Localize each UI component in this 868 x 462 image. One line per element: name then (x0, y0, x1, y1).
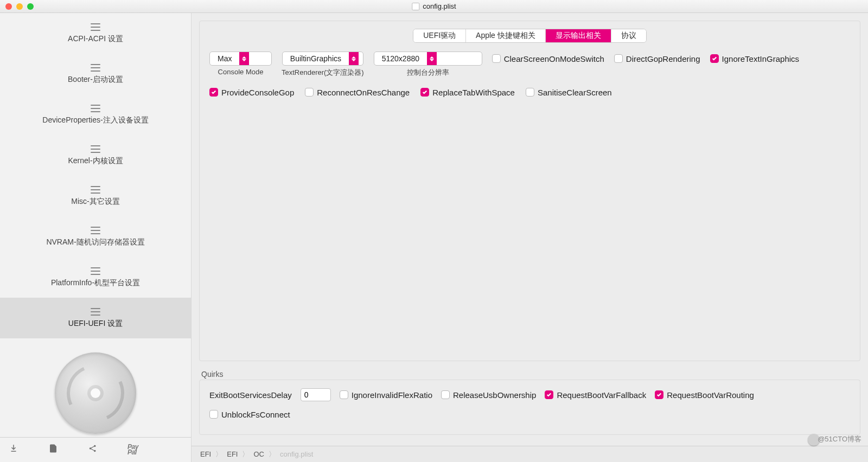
window-zoom[interactable] (27, 3, 34, 10)
crumb-2[interactable]: OC (253, 450, 264, 458)
cb-ReplaceTabWithSpace[interactable]: ReplaceTabWithSpace (420, 85, 515, 99)
watermark: @51CTO博客 (808, 434, 861, 446)
sidebar-item-6[interactable]: PlatformInfo-机型平台设置 (0, 257, 191, 298)
quirk-RequestBootVarFallback[interactable]: RequestBootVarFallback (545, 388, 646, 402)
import-icon[interactable] (9, 444, 18, 456)
quirk-ReleaseUsbOwnership[interactable]: ReleaseUsbOwnership (441, 388, 536, 402)
exit-delay-input[interactable] (301, 388, 331, 401)
text-renderer-select[interactable]: BuiltinGraphics (282, 52, 363, 66)
quirk-IgnoreInvalidFlexRatio[interactable]: IgnoreInvalidFlexRatio (340, 388, 432, 402)
breadcrumb: EFI〉EFI〉OC〉config.plist (192, 446, 868, 462)
resolution-select[interactable]: 5120x2880 (374, 52, 482, 66)
console-mode-select[interactable]: Max (209, 52, 272, 66)
document-icon (412, 3, 419, 10)
chevron-updown-icon (239, 52, 249, 65)
tab-1[interactable]: Apple 快捷键相关 (466, 29, 546, 42)
cb-SanitiseClearScreen[interactable]: SanitiseClearScreen (526, 85, 612, 99)
window-close[interactable] (5, 3, 12, 10)
sidebar-item-5[interactable]: NVRAM-随机访问存储器设置 (0, 216, 191, 257)
list-icon (91, 64, 100, 72)
sidebar-toolbar: PayPal (0, 437, 191, 462)
sidebar: ACPI-ACPI 设置Booter-启动设置DeviceProperties-… (0, 13, 192, 462)
sidebar-item-7[interactable]: UEFI-UEFI 设置 (0, 298, 191, 338)
quirk-UnblockFsConnect[interactable]: UnblockFsConnect (209, 407, 290, 421)
sidebar-item-0[interactable]: ACPI-ACPI 设置 (0, 13, 191, 54)
disc-art (55, 352, 136, 434)
window-title: config.plist (423, 2, 456, 10)
paypal-icon[interactable]: PayPal (127, 445, 138, 455)
list-icon (91, 23, 100, 31)
quirks-title: Quirks (201, 370, 858, 378)
sidebar-item-2[interactable]: DeviceProperties-注入设备设置 (0, 94, 191, 135)
titlebar: config.plist (0, 0, 868, 13)
cb-DirectGopRendering[interactable]: DirectGopRendering (614, 52, 700, 66)
list-icon (91, 145, 100, 153)
export-icon[interactable] (48, 444, 58, 456)
list-icon (91, 267, 100, 275)
window-minimize[interactable] (16, 3, 23, 10)
tab-3[interactable]: 协议 (611, 29, 646, 42)
cb-ReconnectOnResChange[interactable]: ReconnectOnResChange (305, 85, 410, 99)
cb-ClearScreenOnModeSwitch[interactable]: ClearScreenOnModeSwitch (492, 52, 604, 66)
sidebar-item-4[interactable]: Misc-其它设置 (0, 176, 191, 216)
tab-2[interactable]: 显示输出相关 (546, 29, 611, 42)
crumb-1[interactable]: EFI (227, 450, 238, 458)
sidebar-item-3[interactable]: Kernel-内核设置 (0, 135, 191, 176)
quirk-RequestBootVarRouting[interactable]: RequestBootVarRouting (655, 388, 754, 402)
cb-ProvideConsoleGop[interactable]: ProvideConsoleGop (209, 85, 294, 99)
chevron-updown-icon (349, 52, 359, 65)
tab-bar: UEFI驱动Apple 快捷键相关显示输出相关协议 (413, 29, 647, 43)
svg-point-1 (94, 445, 95, 447)
crumb-3[interactable]: config.plist (280, 450, 313, 458)
crumb-0[interactable]: EFI (200, 450, 211, 458)
sidebar-item-1[interactable]: Booter-启动设置 (0, 54, 191, 94)
list-icon (91, 227, 100, 234)
svg-point-2 (94, 450, 95, 452)
exit-delay-label: ExitBootServicesDelay (209, 390, 292, 400)
list-icon (91, 105, 100, 112)
chevron-updown-icon (427, 52, 437, 65)
output-panel: UEFI驱动Apple 快捷键相关显示输出相关协议 Max Console Mo… (199, 21, 860, 361)
list-icon (91, 186, 100, 194)
cb-IgnoreTextInGraphics[interactable]: IgnoreTextInGraphics (710, 52, 800, 66)
tab-0[interactable]: UEFI驱动 (413, 29, 466, 42)
list-icon (91, 308, 100, 316)
quirks-panel: ExitBootServicesDelay IgnoreInvalidFlexR… (199, 380, 860, 435)
share-icon[interactable] (88, 444, 98, 456)
